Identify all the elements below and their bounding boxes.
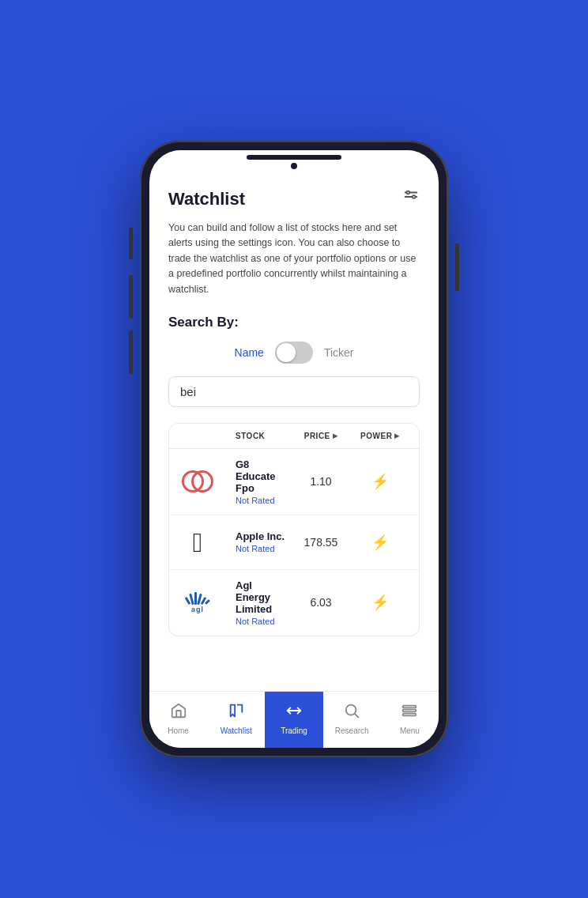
search-toggle[interactable] (275, 341, 313, 364)
phone-frame: Watchlist You can build and follow a lis… (140, 141, 448, 757)
col-logo-header (180, 432, 236, 440)
stock-power-agl[interactable]: ⚡ (352, 594, 408, 611)
nav-trading[interactable]: Trading (265, 692, 322, 748)
power-bolt-icon-g8: ⚡ (371, 473, 389, 490)
stock-price-g8: 1.10 (289, 475, 352, 488)
g8-logo (180, 464, 215, 499)
content-area: Watchlist You can build and follow a lis… (149, 172, 439, 691)
table-row[interactable]:  Apple Inc. Not Rated 178.55 ⚡ (169, 515, 419, 570)
research-icon (343, 702, 360, 723)
table-row[interactable]: G8 Educate Fpo Not Rated 1.10 ⚡ (169, 449, 419, 515)
stock-info-apple: Apple Inc. Not Rated (236, 530, 289, 553)
volume-down-button (129, 330, 133, 374)
bottom-nav: Home Watchlist (149, 691, 439, 748)
stock-name-agl: Agl Energy Limited (236, 579, 289, 615)
col-power-header[interactable]: POWER ▶ (352, 432, 408, 440)
camera-dot (291, 163, 297, 169)
nav-watchlist-label: Watchlist (220, 726, 252, 735)
search-input[interactable] (168, 376, 420, 407)
stock-power-g8[interactable]: ⚡ (352, 473, 408, 490)
apple-logo:  (180, 525, 215, 560)
settings-icon[interactable] (402, 188, 420, 209)
stock-table: STOCK PRICE ▶ POWER ▶ (168, 423, 420, 636)
svg-rect-7 (403, 709, 416, 711)
power-bolt-icon-agl: ⚡ (371, 594, 389, 611)
apple-logo-icon:  (193, 529, 202, 556)
nav-watchlist[interactable]: Watchlist (207, 692, 265, 748)
phone-screen: Watchlist You can build and follow a lis… (149, 150, 439, 748)
stock-name-g8: G8 Educate Fpo (236, 458, 289, 494)
menu-icon (401, 702, 418, 723)
silent-switch (129, 228, 133, 259)
nav-home-label: Home (168, 726, 189, 735)
nav-research-label: Research (335, 726, 369, 735)
toggle-name-label: Name (235, 346, 264, 359)
stock-info-agl: Agl Energy Limited Not Rated (236, 579, 289, 626)
toggle-row: Name Ticker (168, 341, 420, 364)
stock-rating-agl: Not Rated (236, 617, 289, 626)
search-by-label: Search By: (168, 315, 420, 330)
nav-menu-label: Menu (400, 726, 420, 735)
nav-home[interactable]: Home (149, 692, 207, 748)
stock-price-agl: 6.03 (289, 596, 352, 609)
table-header: STOCK PRICE ▶ POWER ▶ (169, 424, 419, 449)
svg-rect-8 (403, 713, 416, 715)
agl-logo: agl (180, 585, 215, 620)
nav-menu[interactable]: Menu (381, 692, 439, 748)
power-sort-icon: ▶ (394, 432, 400, 440)
svg-rect-6 (403, 705, 416, 707)
stock-info-g8: G8 Educate Fpo Not Rated (236, 458, 289, 505)
volume-up-button (129, 275, 133, 319)
stock-rating-apple: Not Rated (236, 544, 289, 553)
home-icon (170, 702, 187, 723)
power-bolt-icon-apple: ⚡ (371, 534, 389, 551)
watchlist-icon (228, 702, 245, 723)
toggle-knob (277, 343, 296, 362)
page-title: Watchlist (168, 189, 245, 209)
nav-trading-label: Trading (281, 726, 307, 735)
agl-text: agl (191, 606, 204, 613)
nav-research[interactable]: Research (323, 692, 381, 748)
stock-name-apple: Apple Inc. (236, 530, 289, 542)
table-row[interactable]: agl Agl Energy Limited Not Rated 6.03 ⚡ (169, 570, 419, 636)
stock-power-apple[interactable]: ⚡ (352, 534, 408, 551)
col-price-header[interactable]: PRICE ▶ (289, 432, 352, 440)
description-text: You can build and follow a list of stock… (168, 221, 420, 297)
svg-point-3 (413, 195, 416, 198)
power-button (455, 243, 459, 291)
price-sort-icon: ▶ (333, 432, 338, 440)
stock-rating-g8: Not Rated (236, 496, 289, 505)
svg-point-2 (407, 191, 410, 194)
toggle-ticker-label: Ticker (324, 346, 354, 359)
header-row: Watchlist (168, 188, 420, 209)
phone-notch (149, 150, 439, 172)
stock-price-apple: 178.55 (289, 536, 352, 549)
col-stock-header: STOCK (236, 432, 289, 440)
svg-line-5 (355, 714, 358, 717)
trading-icon (285, 702, 303, 723)
notch-bar (247, 155, 341, 160)
